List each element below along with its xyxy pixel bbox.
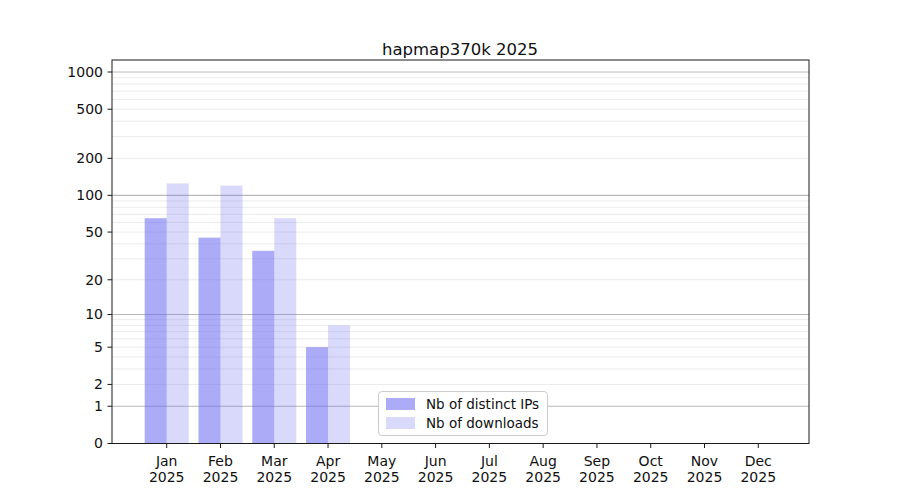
y-tick-label: 0: [94, 435, 103, 451]
bar-series0-month2: [252, 251, 274, 444]
y-tick-label: 20: [85, 272, 103, 288]
bar-series0-month3: [306, 347, 328, 443]
legend-row-downloads: Nb of downloads: [386, 416, 547, 431]
x-tick-label-month: Oct: [639, 453, 664, 469]
x-tick-label-month: Aug: [529, 453, 556, 469]
x-tick-label-month: Apr: [316, 453, 340, 469]
legend-label-downloads: Nb of downloads: [426, 415, 539, 431]
y-tick-label: 100: [76, 187, 103, 203]
x-tick-label-year: 2025: [472, 469, 508, 485]
y-tick-label: 5: [94, 339, 103, 355]
y-tick-label: 1: [94, 398, 103, 414]
chart-title: hapmap370k 2025: [382, 40, 538, 59]
legend-label-distinct-ips: Nb of distinct IPs: [426, 396, 539, 412]
y-tick-label: 10: [85, 306, 103, 322]
x-tick-label-year: 2025: [633, 469, 669, 485]
x-tick-label-year: 2025: [203, 469, 239, 485]
x-tick-label-month: Sep: [584, 453, 611, 469]
x-tick-label-year: 2025: [256, 469, 292, 485]
y-tick-label: 500: [76, 101, 103, 117]
x-tick-label-year: 2025: [687, 469, 723, 485]
y-tick-label: 50: [85, 224, 103, 240]
x-tick-label-year: 2025: [525, 469, 561, 485]
x-tick-label-month: Jun: [424, 453, 447, 469]
y-tick-label: 1000: [67, 64, 103, 80]
x-tick-label-month: Dec: [745, 453, 772, 469]
legend-swatch-distinct-ips-icon: [386, 398, 415, 411]
bar-series0-month1: [198, 238, 220, 444]
x-tick-label-month: Mar: [261, 453, 288, 469]
x-tick-label-month: May: [367, 453, 396, 469]
chart-figure: 01251020501002005001000Jan2025Feb2025Mar…: [0, 0, 900, 500]
bar-series1-month1: [220, 186, 242, 444]
x-tick-label-month: Nov: [691, 453, 718, 469]
x-tick-label-month: Jan: [155, 453, 178, 469]
bar-series1-month3: [328, 325, 350, 443]
x-tick-label-year: 2025: [310, 469, 346, 485]
y-tick-label: 200: [76, 150, 103, 166]
x-tick-label-year: 2025: [149, 469, 185, 485]
y-tick-label: 2: [94, 376, 103, 392]
x-tick-label-year: 2025: [579, 469, 615, 485]
legend: Nb of distinct IPs Nb of downloads: [378, 391, 548, 436]
legend-swatch-downloads-icon: [386, 417, 415, 430]
x-tick-label-year: 2025: [364, 469, 400, 485]
x-tick-label-year: 2025: [740, 469, 776, 485]
bar-series1-month2: [274, 218, 296, 443]
bar-series0-month0: [145, 218, 167, 443]
legend-row-distinct-ips: Nb of distinct IPs: [386, 397, 547, 412]
x-tick-label-month: Jul: [480, 453, 498, 469]
bar-series1-month0: [167, 183, 189, 443]
x-tick-label-month: Feb: [208, 453, 233, 469]
x-tick-label-year: 2025: [418, 469, 454, 485]
